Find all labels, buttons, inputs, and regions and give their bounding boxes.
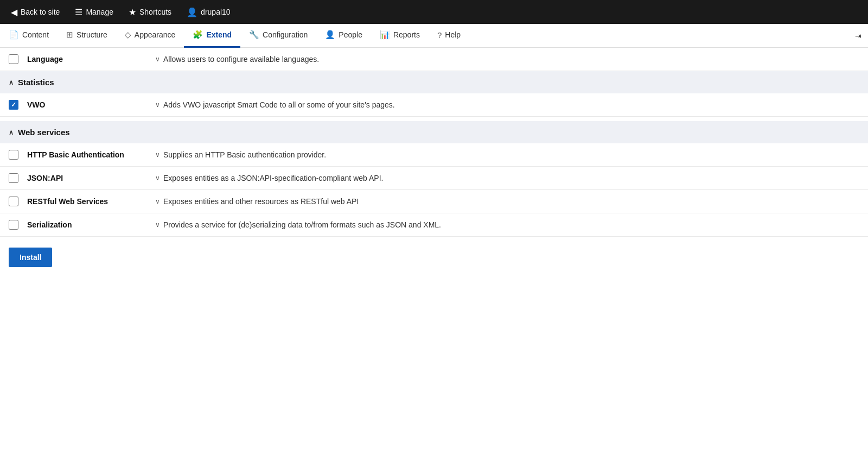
web-services-section-label: Web services (18, 128, 70, 137)
language-checkbox[interactable] (9, 54, 18, 64)
vwo-chevron-icon: ∨ (155, 101, 160, 109)
restful-checkbox[interactable] (9, 197, 18, 206)
statistics-collapse-icon: ∧ (9, 79, 14, 86)
serialization-module-row: Serialization ∨ Provides a service for (… (0, 213, 868, 237)
json-api-module-desc: ∨ Exposes entities as a JSON:API-specifi… (155, 174, 383, 182)
sidebar-toggle-button[interactable]: ⇥ (848, 24, 868, 48)
nav-extend[interactable]: 🧩 Extend (184, 24, 240, 48)
language-module-desc: ∨ Allows users to configure available la… (155, 55, 319, 64)
restful-module-name: RESTful Web Services (27, 197, 146, 206)
appearance-icon: ◇ (125, 30, 131, 40)
json-api-chevron-icon: ∨ (155, 174, 160, 182)
shortcuts-button[interactable]: ★ Shortcuts (122, 0, 178, 24)
statistics-section-label: Statistics (18, 78, 54, 87)
vwo-module-desc: ∨ Adds VWO javascript Smart Code to all … (155, 100, 395, 109)
language-module-name: Language (27, 55, 146, 64)
main-content: Language ∨ Allows users to configure ava… (0, 48, 868, 278)
admin-toolbar: ◀ Back to site ☰ Manage ★ Shortcuts 👤 dr… (0, 0, 868, 24)
back-icon: ◀ (11, 7, 17, 17)
json-api-module-row: JSON:API ∨ Exposes entities as a JSON:AP… (0, 167, 868, 190)
configuration-icon: 🔧 (249, 30, 259, 40)
user-button[interactable]: 👤 drupal10 (180, 0, 237, 24)
nav-content[interactable]: 📄 Content (0, 24, 58, 48)
vwo-checkbox[interactable] (9, 100, 18, 110)
language-module-row: Language ∨ Allows users to configure ava… (0, 48, 868, 71)
vwo-module-row: VWO ∨ Adds VWO javascript Smart Code to … (0, 93, 868, 117)
nav-help[interactable]: ? Help (429, 24, 469, 48)
restful-module-row: RESTful Web Services ∨ Exposes entities … (0, 190, 868, 213)
serialization-chevron-icon: ∨ (155, 221, 160, 229)
nav-configuration[interactable]: 🔧 Configuration (240, 24, 316, 48)
http-basic-auth-module-name: HTTP Basic Authentication (27, 150, 146, 159)
serialization-module-desc: ∨ Provides a service for (de)serializing… (155, 220, 441, 229)
serialization-checkbox[interactable] (9, 220, 18, 230)
http-basic-auth-module-row: HTTP Basic Authentication ∨ Supplies an … (0, 143, 868, 167)
nav-appearance[interactable]: ◇ Appearance (116, 24, 184, 48)
web-services-section-header[interactable]: ∧ Web services (0, 121, 868, 143)
restful-module-desc: ∨ Exposes entities and other resources a… (155, 197, 359, 206)
secondary-nav: 📄 Content ⊞ Structure ◇ Appearance 🧩 Ext… (0, 24, 868, 48)
structure-icon: ⊞ (66, 30, 73, 40)
vwo-module-name: VWO (27, 100, 146, 109)
restful-chevron-icon: ∨ (155, 198, 160, 205)
manage-icon: ☰ (75, 7, 82, 17)
nav-people[interactable]: 👤 People (316, 24, 371, 48)
help-icon: ? (437, 30, 442, 40)
serialization-module-name: Serialization (27, 220, 146, 229)
language-chevron-icon: ∨ (155, 55, 160, 63)
extend-icon: 🧩 (193, 30, 203, 40)
json-api-checkbox[interactable] (9, 173, 18, 183)
back-to-site-button[interactable]: ◀ Back to site (4, 0, 66, 24)
content-icon: 📄 (9, 30, 19, 40)
http-basic-auth-module-desc: ∨ Supplies an HTTP Basic authentication … (155, 150, 326, 159)
http-basic-auth-checkbox[interactable] (9, 150, 18, 160)
manage-button[interactable]: ☰ Manage (68, 0, 120, 24)
nav-reports[interactable]: 📊 Reports (371, 24, 429, 48)
json-api-module-name: JSON:API (27, 174, 146, 182)
http-basic-auth-chevron-icon: ∨ (155, 151, 160, 159)
web-services-collapse-icon: ∧ (9, 129, 14, 136)
people-icon: 👤 (325, 30, 335, 40)
statistics-section-header[interactable]: ∧ Statistics (0, 71, 868, 93)
user-icon: 👤 (187, 7, 197, 17)
nav-structure[interactable]: ⊞ Structure (58, 24, 116, 48)
star-icon: ★ (129, 7, 136, 17)
install-button[interactable]: Install (9, 248, 52, 267)
reports-icon: 📊 (380, 30, 390, 40)
